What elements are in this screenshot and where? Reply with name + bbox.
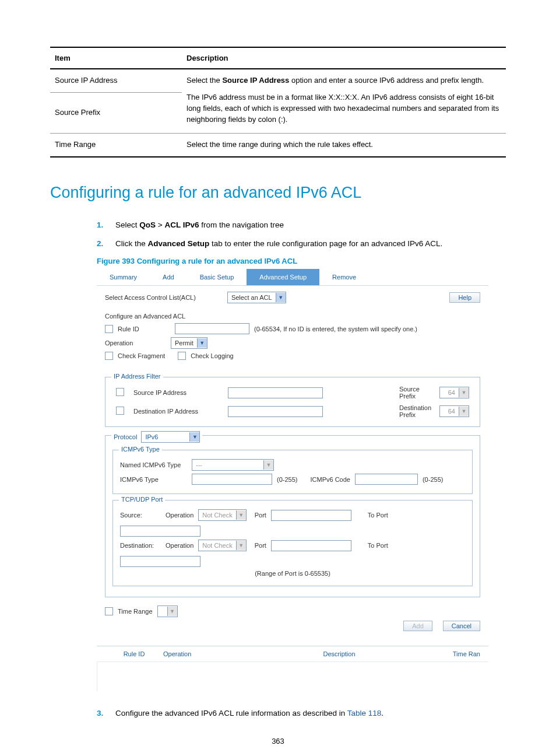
chevron-down-icon: ▼ (197, 338, 207, 348)
port-label: Port (255, 512, 266, 519)
select-acl-label: Select Access Control List(ACL) (105, 294, 196, 301)
tab-advanced-setup[interactable]: Advanced Setup (247, 269, 319, 285)
check-fragment-label: Check Fragment (118, 352, 165, 359)
col-description: Description (233, 650, 445, 657)
tab-remove[interactable]: Remove (319, 269, 369, 285)
step-number: 2. (97, 238, 115, 250)
tcp-udp-group: TCP/UDP Port Source: Operation Not Check… (112, 500, 473, 586)
add-button[interactable]: Add (403, 621, 432, 631)
step-text: Select QoS > ACL IPv6 from the navigatio… (115, 219, 284, 231)
td-desc: Select the time range during which the r… (182, 133, 506, 156)
port-label: Port (255, 542, 266, 549)
named-icmpv6-label: Named ICMPv6 Type (120, 461, 187, 468)
destination-prefix-dropdown[interactable]: 64▼ (439, 405, 469, 417)
tcp-dest-label: Destination: (120, 542, 161, 549)
rule-id-checkbox[interactable] (105, 325, 113, 333)
source-to-port-input[interactable] (120, 526, 200, 537)
step-text: Configure the advanced IPv6 ACL rule inf… (115, 708, 383, 719)
results-table: Rule ID Operation Description Time Ran (97, 646, 488, 662)
rule-id-hint: (0-65534, If no ID is entered, the syste… (254, 326, 417, 332)
source-ip-checkbox[interactable] (116, 388, 124, 396)
figure-caption: Figure 393 Configuring a rule for an adv… (97, 257, 488, 265)
icmpv6-type-label: ICMPv6 Type (120, 476, 187, 483)
fieldset-legend: IP Address Filter (111, 373, 163, 380)
time-range-label: Time Range (118, 608, 153, 615)
rule-id-input[interactable] (175, 323, 249, 334)
td-item: Time Range (50, 133, 182, 156)
operation-label: Operation (105, 340, 166, 346)
source-ip-input[interactable] (228, 387, 323, 398)
chevron-down-icon: ▼ (236, 541, 246, 550)
step-number: 1. (97, 219, 115, 231)
page-title: Configuring a rule for an advanced IPv6 … (50, 184, 506, 202)
chevron-down-icon: ▼ (189, 432, 199, 442)
select-acl-dropdown[interactable]: Select an ACL ▼ (227, 292, 286, 303)
tcp-operation-label: Operation (166, 512, 193, 519)
chevron-down-icon: ▼ (236, 510, 246, 520)
to-port-label: To Port (368, 512, 388, 519)
fieldset-legend: Protocol IPv6 ▼ (111, 431, 202, 443)
dest-port-input[interactable] (271, 540, 351, 551)
tab-basic-setup[interactable]: Basic Setup (187, 269, 247, 285)
col-time-range: Time Ran (445, 650, 480, 657)
page-number: 363 (50, 737, 506, 746)
check-logging-label: Check Logging (191, 352, 233, 359)
tab-add[interactable]: Add (150, 269, 187, 285)
tab-bar: Summary Add Basic Setup Advanced Setup R… (97, 269, 488, 286)
th-desc: Description (182, 47, 506, 69)
operation-dropdown[interactable]: Permit ▼ (171, 337, 207, 349)
tcp-operation-label: Operation (166, 542, 193, 549)
col-rule-id: Rule ID (105, 650, 163, 657)
dest-to-port-input[interactable] (120, 556, 200, 567)
named-icmpv6-dropdown[interactable]: ---▼ (192, 459, 274, 471)
icmpv6-type-input[interactable] (192, 474, 272, 485)
step-text: Click the Advanced Setup tab to enter th… (115, 238, 442, 250)
icmpv6-group: ICMPv6 Type Named ICMPv6 Type ---▼ ICMPv… (112, 450, 473, 494)
td-item: Source Prefix (50, 92, 182, 133)
check-logging-checkbox[interactable] (178, 352, 186, 360)
time-range-checkbox[interactable] (105, 607, 113, 615)
ui-screenshot: Summary Add Basic Setup Advanced Setup R… (97, 269, 488, 691)
destination-prefix-label: Destination Prefix (399, 404, 431, 418)
description-table: Item Description Source IP Address Selec… (50, 47, 506, 158)
chevron-down-icon: ▼ (459, 388, 469, 397)
table-link[interactable]: Table 118 (347, 709, 382, 718)
source-ip-label: Source IP Address (133, 389, 186, 396)
fieldset-legend: TCP/UDP Port (119, 496, 165, 503)
source-port-input[interactable] (271, 510, 351, 521)
step-number: 3. (97, 708, 115, 719)
help-button[interactable]: Help (449, 292, 480, 303)
source-prefix-dropdown[interactable]: 64▼ (439, 387, 469, 398)
td-desc: The IPv6 address must be in a format lik… (186, 92, 501, 125)
port-range-hint: (Range of Port is 0-65535) (255, 570, 330, 577)
chevron-down-icon: ▼ (263, 460, 273, 470)
td-desc: Select the Source IP Address option and … (186, 75, 501, 86)
icmpv6-code-label: ICMPv6 Code (310, 476, 350, 483)
protocol-dropdown[interactable]: IPv6 ▼ (141, 431, 200, 443)
to-port-label: To Port (368, 542, 388, 549)
icmpv6-type-range: (0-255) (277, 476, 297, 483)
section-title: Configure an Advanced ACL (105, 313, 480, 320)
tcp-source-label: Source: (120, 512, 161, 519)
chevron-down-icon: ▼ (459, 407, 469, 416)
fieldset-legend: ICMPv6 Type (119, 446, 162, 453)
destination-ip-input[interactable] (228, 406, 323, 417)
icmpv6-code-input[interactable] (355, 474, 418, 485)
icmpv6-code-range: (0-255) (423, 476, 443, 483)
dest-operation-dropdown[interactable]: Not Check▼ (198, 540, 246, 551)
chevron-down-icon: ▼ (167, 607, 177, 616)
check-fragment-checkbox[interactable] (105, 352, 113, 360)
destination-ip-label: Destination IP Address (133, 408, 198, 415)
th-item: Item (50, 47, 182, 69)
rule-id-label: Rule ID (118, 326, 170, 332)
protocol-group: Protocol IPv6 ▼ ICMPv6 Type Named ICMPv6… (105, 435, 480, 597)
destination-ip-checkbox[interactable] (116, 407, 124, 415)
source-prefix-label: Source Prefix (399, 386, 420, 400)
time-range-dropdown[interactable]: ▼ (157, 606, 178, 617)
tab-summary[interactable]: Summary (97, 269, 150, 285)
td-item: Source IP Address (50, 69, 182, 92)
chevron-down-icon: ▼ (276, 293, 286, 302)
ip-address-filter-group: IP Address Filter Source IP Address Sour… (105, 377, 480, 427)
cancel-button[interactable]: Cancel (443, 621, 480, 631)
source-operation-dropdown[interactable]: Not Check▼ (198, 509, 246, 521)
